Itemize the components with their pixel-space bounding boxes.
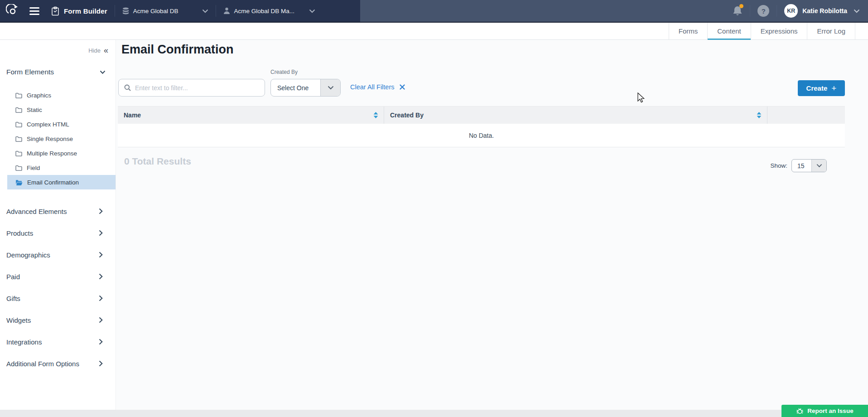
chevron-right-icon [99, 360, 103, 367]
close-icon [400, 84, 405, 90]
help-icon[interactable]: ? [757, 5, 769, 17]
navbar-divider [115, 5, 115, 17]
chevron-right-icon [99, 252, 103, 258]
chevron-down-icon [811, 160, 826, 172]
content-table: Name Created By No Data. [118, 106, 845, 147]
sidebar-section-additional-form-options[interactable]: Additional Form Options [0, 353, 116, 374]
chevron-right-icon [99, 339, 103, 345]
chevron-down-icon [202, 9, 208, 13]
database-selector[interactable]: Acme Global DB [122, 7, 208, 15]
folder-icon [15, 136, 22, 142]
sidebar-hide-button[interactable]: Hide « [0, 40, 116, 54]
table-header-row: Name Created By [118, 106, 845, 124]
clear-all-filters-button[interactable]: Clear All Filters [350, 83, 405, 91]
sidebar-item-graphics[interactable]: Graphics [7, 88, 116, 102]
sidebar-item-static[interactable]: Static [7, 102, 116, 117]
filter-search-input[interactable] [135, 84, 259, 92]
chevron-right-icon [99, 273, 103, 280]
page-size-value: 15 [792, 160, 811, 172]
chevron-down-icon [309, 9, 315, 13]
sidebar-section-gifts[interactable]: Gifts [0, 287, 116, 309]
clipboard-icon [51, 6, 59, 16]
bug-icon [796, 407, 804, 415]
chevron-down-icon [100, 70, 106, 74]
notification-badge [739, 4, 743, 8]
section-tabbar: Forms Content Expressions Error Log [0, 23, 868, 40]
create-button[interactable]: Create + [798, 80, 845, 96]
created-by-filter-label: Created By [270, 69, 298, 75]
user-avatar[interactable]: KR [784, 4, 798, 18]
profile-selector-value: Acme Global DB Ma... [234, 8, 295, 15]
tab-expressions[interactable]: Expressions [751, 23, 807, 39]
sidebar-section-advanced-elements[interactable]: Advanced Elements [0, 200, 116, 222]
page-title: Email Confirmation [121, 43, 234, 57]
footer-strip [0, 410, 868, 417]
sidebar-item-email-confirmation[interactable]: Email Confirmation [7, 175, 116, 189]
navbar-right: ? KR Katie Robilotta [733, 0, 868, 22]
column-header-created-by: Created By [384, 107, 767, 124]
navbar-divider [750, 5, 750, 17]
navbar-divider [776, 5, 777, 17]
sidebar-group-form-elements[interactable]: Form Elements [6, 68, 106, 76]
sidebar-item-multiple-response[interactable]: Multiple Response [7, 146, 116, 160]
column-header-name: Name [118, 107, 384, 124]
created-by-select-value: Select One [271, 79, 320, 96]
chevron-down-icon [320, 79, 340, 96]
empty-state-row: No Data. [118, 124, 845, 147]
hamburger-menu-icon[interactable] [29, 7, 39, 15]
search-icon [124, 84, 131, 91]
filter-search-box [118, 79, 265, 97]
chevron-down-icon[interactable] [854, 9, 860, 13]
sidebar-section-widgets[interactable]: Widgets [0, 309, 116, 331]
sidebar-item-complex-html[interactable]: Complex HTML [7, 117, 116, 131]
created-by-select[interactable]: Select One [270, 79, 341, 97]
tab-content[interactable]: Content [707, 23, 751, 39]
user-name: Katie Robilotta [802, 7, 847, 15]
page-size-select[interactable]: 15 [791, 159, 827, 172]
open-folder-icon [15, 179, 23, 185]
total-results-text: 0 Total Results [124, 156, 191, 167]
tab-error-log[interactable]: Error Log [807, 23, 855, 39]
form-elements-list: Graphics Static Complex HTML Single Resp… [0, 88, 116, 189]
no-data-text: No Data. [469, 132, 494, 139]
notifications-bell-icon[interactable] [733, 5, 743, 16]
sidebar-item-field[interactable]: Field [7, 160, 116, 175]
sidebar-section-paid[interactable]: Paid [0, 266, 116, 287]
report-an-issue-button[interactable]: Report an Issue [781, 405, 868, 417]
sidebar-sections: Advanced Elements Products Demographics … [0, 200, 116, 374]
sidebar-item-single-response[interactable]: Single Response [7, 131, 116, 146]
sidebar-section-demographics[interactable]: Demographics [0, 244, 116, 266]
column-header-actions [767, 107, 845, 124]
sort-icon[interactable] [757, 112, 762, 118]
sidebar-section-integrations[interactable]: Integrations [0, 331, 116, 353]
navbar-divider [216, 5, 216, 17]
sidebar-section-products[interactable]: Products [0, 222, 116, 244]
app-title-group: Form Builder [51, 6, 107, 16]
chevron-right-icon [99, 317, 103, 323]
hide-label: Hide [88, 47, 101, 54]
sort-icon[interactable] [373, 112, 378, 118]
folder-icon [15, 92, 22, 98]
app-title: Form Builder [64, 7, 107, 15]
page-size-control: Show: 15 [770, 159, 827, 172]
app-logo-icon[interactable] [6, 4, 19, 18]
folder-icon [15, 165, 22, 171]
chevron-right-icon [99, 230, 103, 236]
folder-icon [15, 150, 22, 156]
show-label: Show: [770, 162, 787, 169]
main-content: Email Confirmation Created By Select One… [116, 40, 868, 410]
form-builder-app: Form Builder Acme Global DB [0, 0, 868, 417]
sidebar: Hide « Form Elements Graphics Static Com… [0, 40, 116, 410]
chevron-right-icon [99, 295, 103, 301]
folder-icon [15, 107, 22, 113]
folder-icon [15, 121, 22, 127]
tab-forms[interactable]: Forms [669, 23, 708, 39]
top-navbar: Form Builder Acme Global DB [0, 0, 868, 23]
database-icon [122, 7, 129, 15]
navbar-left: Form Builder Acme Global DB [0, 0, 315, 22]
database-selector-value: Acme Global DB [133, 8, 178, 15]
profile-selector[interactable]: Acme Global DB Ma... [223, 7, 316, 15]
chevron-right-icon [99, 208, 103, 214]
plus-icon: + [831, 84, 836, 92]
person-icon [223, 7, 230, 15]
